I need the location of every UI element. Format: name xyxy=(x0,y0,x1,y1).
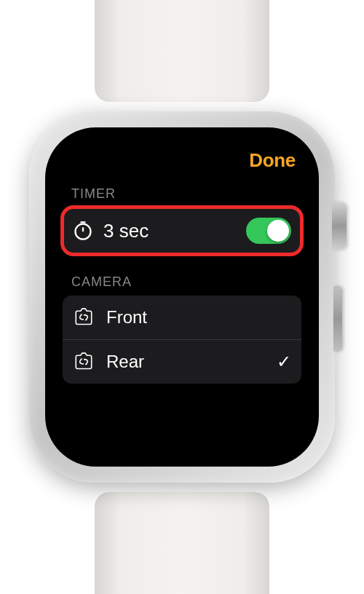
toggle-knob xyxy=(267,220,289,242)
camera-switch-icon xyxy=(73,352,95,371)
camera-switch-icon xyxy=(73,308,95,327)
watch-band-bottom xyxy=(95,492,269,594)
timer-icon xyxy=(73,221,93,241)
watch-crown[interactable] xyxy=(332,202,347,250)
camera-row-container: Front Rear ✓ xyxy=(63,296,301,384)
timer-row[interactable]: 3 sec xyxy=(63,207,301,254)
timer-label: 3 sec xyxy=(103,220,246,242)
checkmark-icon: ✓ xyxy=(277,352,291,372)
timer-toggle[interactable] xyxy=(246,218,291,244)
watch-band-top xyxy=(95,0,269,102)
timer-row-container: 3 sec xyxy=(63,207,301,254)
watch-screen: Done TIMER 3 sec CAMERA xyxy=(45,127,319,467)
camera-option-rear[interactable]: Rear ✓ xyxy=(63,340,301,384)
done-button[interactable]: Done xyxy=(249,149,296,172)
watch-side-button[interactable] xyxy=(333,286,342,352)
camera-option-label: Rear xyxy=(106,352,277,372)
header: Done xyxy=(63,149,301,178)
watch-case: Done TIMER 3 sec CAMERA xyxy=(29,111,335,483)
camera-section-header: CAMERA xyxy=(71,274,301,290)
timer-section-header: TIMER xyxy=(71,186,301,202)
camera-option-front[interactable]: Front xyxy=(63,296,301,340)
camera-option-label: Front xyxy=(106,307,291,328)
